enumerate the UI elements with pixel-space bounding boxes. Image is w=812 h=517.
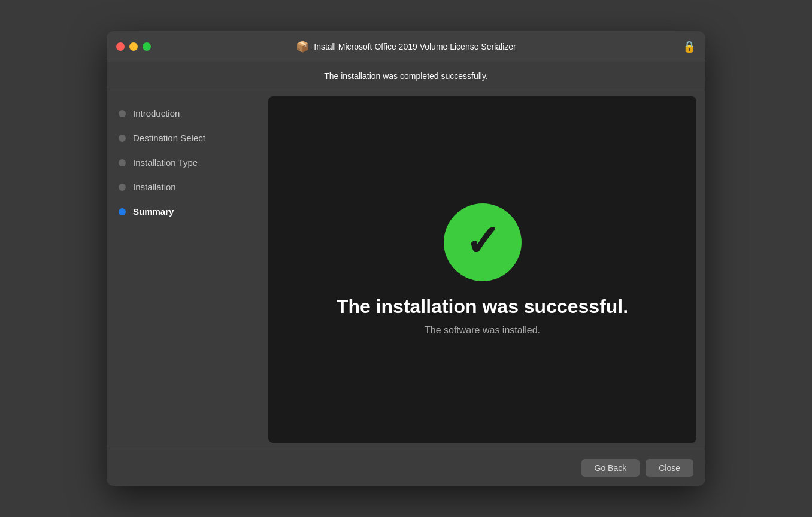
sidebar-item-summary: Summary <box>107 200 268 223</box>
sidebar: Introduction Destination Select Installa… <box>107 90 268 449</box>
content-area: Introduction Destination Select Installa… <box>107 90 705 449</box>
completion-message: The installation was completed successfu… <box>324 71 488 81</box>
window-controls <box>116 42 151 51</box>
success-title: The installation was successful. <box>337 296 628 318</box>
sidebar-label-destination-select: Destination Select <box>133 133 205 143</box>
sidebar-label-summary: Summary <box>133 206 174 217</box>
subtitle-bar: The installation was completed successfu… <box>107 62 705 90</box>
dot-installation-type <box>119 159 126 166</box>
sidebar-item-introduction: Introduction <box>107 102 268 124</box>
dot-summary <box>119 208 126 215</box>
checkmark-icon: ✓ <box>465 220 501 263</box>
main-panel: ✓ The installation was successful. The s… <box>268 96 696 443</box>
maximize-window-button[interactable] <box>143 42 151 51</box>
success-subtitle: The software was installed. <box>425 325 540 336</box>
close-button[interactable]: Close <box>646 459 693 477</box>
sidebar-label-installation: Installation <box>133 182 176 192</box>
dot-destination-select <box>119 135 126 142</box>
minimize-window-button[interactable] <box>129 42 138 51</box>
sidebar-label-installation-type: Installation Type <box>133 157 198 168</box>
lock-icon: 🔒 <box>683 40 696 53</box>
app-icon: 📦 <box>296 40 309 53</box>
go-back-button[interactable]: Go Back <box>581 459 640 477</box>
window-title-area: 📦 Install Microsoft Office 2019 Volume L… <box>296 40 516 53</box>
dot-introduction <box>119 110 126 117</box>
window-title: Install Microsoft Office 2019 Volume Lic… <box>314 42 516 51</box>
success-circle: ✓ <box>444 203 522 281</box>
close-window-button[interactable] <box>116 42 125 51</box>
sidebar-item-installation-type: Installation Type <box>107 151 268 174</box>
footer: Go Back Close <box>107 449 705 486</box>
sidebar-label-introduction: Introduction <box>133 108 180 118</box>
sidebar-item-installation: Installation <box>107 176 268 198</box>
dot-installation <box>119 184 126 191</box>
installer-window: 📦 Install Microsoft Office 2019 Volume L… <box>107 31 705 486</box>
titlebar: 📦 Install Microsoft Office 2019 Volume L… <box>107 31 705 62</box>
sidebar-item-destination-select: Destination Select <box>107 127 268 149</box>
